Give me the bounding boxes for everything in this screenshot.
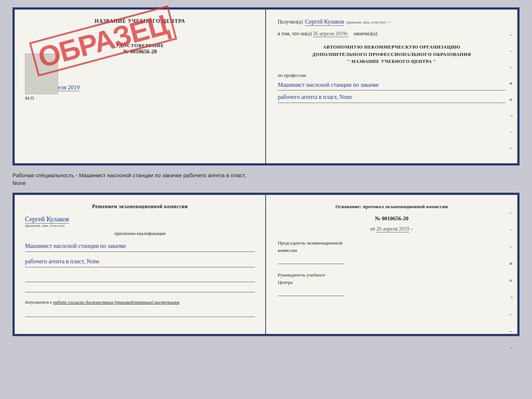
underline-1 bbox=[25, 273, 255, 282]
profession-line1: Машинист насосной станции по закачке bbox=[278, 80, 506, 91]
protocol-number: № 0010656-20 bbox=[278, 215, 506, 222]
cert-number: № 0010656-20 bbox=[25, 49, 255, 55]
director-label1: Руководитель учебного bbox=[278, 271, 506, 279]
bdash-5: а bbox=[510, 277, 514, 283]
dash-6: ← bbox=[510, 113, 514, 118]
dash-2: – bbox=[510, 48, 514, 54]
cert-label: УДОСТОВЕРЕНИЕ bbox=[25, 43, 255, 49]
person-name-bottom: Сергей Кулаков bbox=[25, 215, 69, 224]
name-sublabel-top: (фамилия, имя, отчество) bbox=[346, 20, 386, 24]
person-name-block-bottom: Сергей Кулаков (фамилия, имя, отчество) bbox=[25, 215, 255, 228]
mp-line: М.П. bbox=[25, 95, 255, 101]
bdash-9: – bbox=[510, 345, 514, 351]
date-value: 26 апреля 2019г. bbox=[313, 31, 349, 37]
protocol-date-value: 26 апреля 2019 bbox=[376, 226, 409, 232]
org-block: АВТОНОМНУЮ НЕКОММЕРЧЕСКУЮ ОРГАНИЗАЦИЮ ДО… bbox=[278, 43, 506, 65]
photo-placeholder bbox=[25, 54, 58, 94]
dash-3: – bbox=[510, 64, 514, 70]
received-line: Получил(а) Сергей Кулаков (фамилия, имя,… bbox=[278, 18, 506, 26]
finished-label: окончил(а) bbox=[353, 31, 377, 36]
bottom-lines bbox=[25, 273, 255, 294]
received-label: Получил(а) bbox=[278, 19, 303, 25]
bottom-right-panel: Основание: протокол экзаменационной коми… bbox=[266, 195, 517, 334]
qualification-line1: Машинист насосной станции по закачке bbox=[25, 241, 255, 252]
date-line: в том, что он(а) 26 апреля 2019г. окончи… bbox=[278, 31, 506, 37]
underline-3 bbox=[25, 308, 255, 317]
org-line1: АВТОНОМНУЮ НЕКОММЕРЧЕСКУЮ ОРГАНИЗАЦИЮ bbox=[278, 43, 506, 51]
bdash-4: и bbox=[510, 260, 514, 266]
date-label: в том, что он(а) bbox=[278, 31, 312, 36]
bdash-3: – bbox=[510, 243, 514, 249]
protocol-date-prefix: от bbox=[370, 226, 375, 232]
допускается-prefix: допускается к bbox=[25, 300, 52, 305]
school-name-top: НАЗВАНИЕ УЧЕБНОГО ЦЕНТРА bbox=[25, 18, 255, 24]
protocol-date: от 26 апреля 2019 – bbox=[278, 226, 506, 232]
chairman-block: Председатель экзаменационной комиссии bbox=[278, 239, 506, 264]
director-signature-line bbox=[278, 287, 344, 296]
person-name-top: Сергей Кулаков bbox=[305, 18, 344, 26]
допускается-text: допускается к работе согласно должностны… bbox=[25, 300, 255, 305]
chairman-label1: Председатель экзаменационной bbox=[278, 239, 506, 247]
dash-8: – bbox=[510, 145, 514, 151]
dash-1: – bbox=[510, 32, 514, 38]
underline-2 bbox=[25, 284, 255, 292]
dash-4: и bbox=[510, 80, 514, 86]
name-sublabel-bottom: (фамилия, имя, отчество) bbox=[25, 224, 255, 228]
top-right-panel: Получил(а) Сергей Кулаков (фамилия, имя,… bbox=[266, 10, 517, 163]
bdash-8: – bbox=[510, 328, 514, 334]
basis-text: Основание: протокол экзаменационной коми… bbox=[278, 204, 506, 210]
right-dash-lines: – – – и а ← – – – bbox=[510, 32, 514, 167]
middle-text-block: Рабочая специальность - Машинист насосно… bbox=[12, 171, 520, 187]
bdash-6: ← bbox=[510, 294, 514, 300]
допускается-underline: работе согласно должностным (производств… bbox=[53, 300, 179, 305]
org-line2: ДОПОЛНИТЕЛЬНОГО ПРОФЕССИОНАЛЬНОГО ОБРАЗО… bbox=[278, 51, 506, 58]
dash-5: а bbox=[510, 96, 514, 102]
qualification-line2: рабочего агента в пласт, None bbox=[25, 256, 255, 267]
protocol-dash: – bbox=[410, 226, 413, 232]
middle-line2: None bbox=[12, 179, 520, 187]
middle-line1: Рабочая специальность - Машинист насосно… bbox=[12, 171, 520, 179]
dash-separator: – bbox=[388, 19, 391, 25]
dash-7: – bbox=[510, 129, 514, 135]
org-line3: " НАЗВАНИЕ УЧЕБНОГО ЦЕНТРА " bbox=[278, 58, 506, 65]
director-block: Руководитель учебного Центра bbox=[278, 271, 506, 296]
decision-text: Решением экзаменационной комиссии bbox=[25, 204, 255, 210]
profession-line2: рабочего агента в пласт, None bbox=[278, 92, 506, 103]
bottom-left-panel: Решением экзаменационной комиссии Сергей… bbox=[15, 195, 266, 334]
assigned-text: присвоена квалификация bbox=[25, 231, 255, 236]
top-document: НАЗВАНИЕ УЧЕБНОГО ЦЕНТРА ОБРАЗЕЦ УДОСТОВ… bbox=[12, 7, 520, 165]
bdash-2: – bbox=[510, 227, 514, 232]
dash-9: – bbox=[510, 161, 514, 167]
bdash-7: – bbox=[510, 311, 514, 317]
top-left-panel: НАЗВАНИЕ УЧЕБНОГО ЦЕНТРА ОБРАЗЕЦ УДОСТОВ… bbox=[15, 10, 266, 163]
issued-line: Выдано 26 апреля 2019 bbox=[25, 84, 255, 91]
cert-id-block: УДОСТОВЕРЕНИЕ № 0010656-20 bbox=[25, 43, 255, 55]
director-label2: Центра bbox=[278, 279, 506, 286]
profession-block: по профессии Машинист насосной станции п… bbox=[278, 72, 506, 103]
bottom-document: Решением экзаменационной комиссии Сергей… bbox=[12, 193, 520, 336]
right-dashes-bottom: – – – и а ← – – – bbox=[510, 210, 514, 351]
chairman-signature-line bbox=[278, 255, 344, 264]
bdash-1: – bbox=[510, 210, 514, 215]
profession-label: по профессии bbox=[278, 72, 306, 78]
chairman-label2: комиссии bbox=[278, 247, 506, 254]
